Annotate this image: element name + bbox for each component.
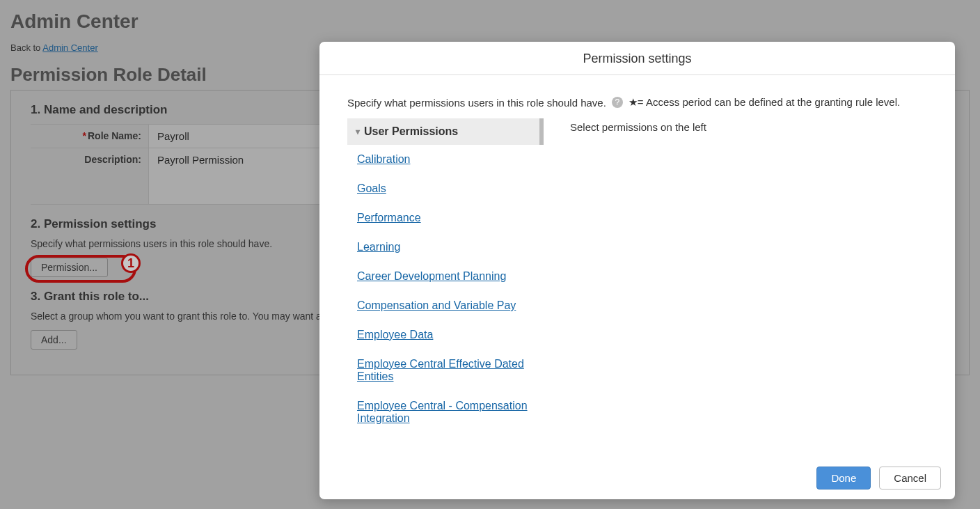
tree-item-performance[interactable]: Performance (347, 203, 544, 233)
dialog-instruction-a: Specify what permissions users in this r… (347, 97, 606, 109)
tree-item-compensation[interactable]: Compensation and Variable Pay (347, 291, 544, 320)
permission-tree[interactable]: ▾ User Permissions Calibration Goals Per… (347, 118, 551, 457)
tree-item-calibration[interactable]: Calibration (347, 145, 544, 174)
permission-detail-pane: Select permissions on the left (551, 118, 927, 457)
dialog-title: Permission settings (319, 42, 955, 75)
done-button[interactable]: Done (816, 467, 871, 490)
tree-item-employee-data[interactable]: Employee Data (347, 320, 544, 350)
chevron-down-icon: ▾ (356, 127, 360, 136)
tree-item-ec-comp-integration[interactable]: Employee Central - Compensation Integrat… (347, 391, 544, 433)
dialog-footer: Done Cancel (319, 457, 955, 499)
tree-item-ec-effective-dated[interactable]: Employee Central Effective Dated Entitie… (347, 350, 544, 391)
tree-item-learning[interactable]: Learning (347, 233, 544, 262)
tree-header-user-permissions[interactable]: ▾ User Permissions (347, 118, 544, 145)
dialog-instruction: Specify what permissions users in this r… (319, 75, 955, 118)
help-icon[interactable]: ? (612, 97, 623, 108)
tree-item-goals[interactable]: Goals (347, 174, 544, 203)
dialog-instruction-b: ★= Access period can be defined at the g… (629, 96, 900, 109)
permission-settings-dialog: Permission settings Specify what permiss… (319, 42, 955, 499)
tree-item-career-development[interactable]: Career Development Planning (347, 262, 544, 291)
tree-header-label: User Permissions (364, 125, 458, 138)
cancel-button[interactable]: Cancel (879, 467, 941, 490)
